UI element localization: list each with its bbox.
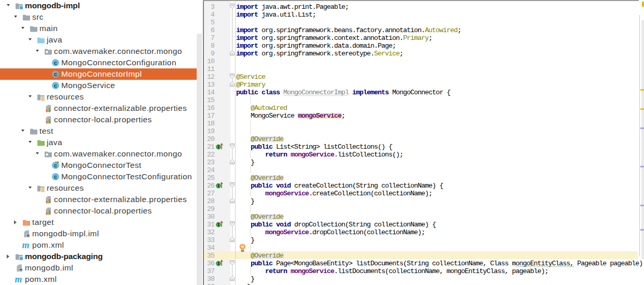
svg-text:c: c [54,162,57,168]
svg-text:m: m [15,274,22,284]
svg-text:c: c [54,71,57,77]
svg-text:m: m [22,240,30,250]
svg-text:c: c [54,82,57,89]
svg-text:c: c [54,174,57,180]
svg-text:c: c [54,60,57,66]
